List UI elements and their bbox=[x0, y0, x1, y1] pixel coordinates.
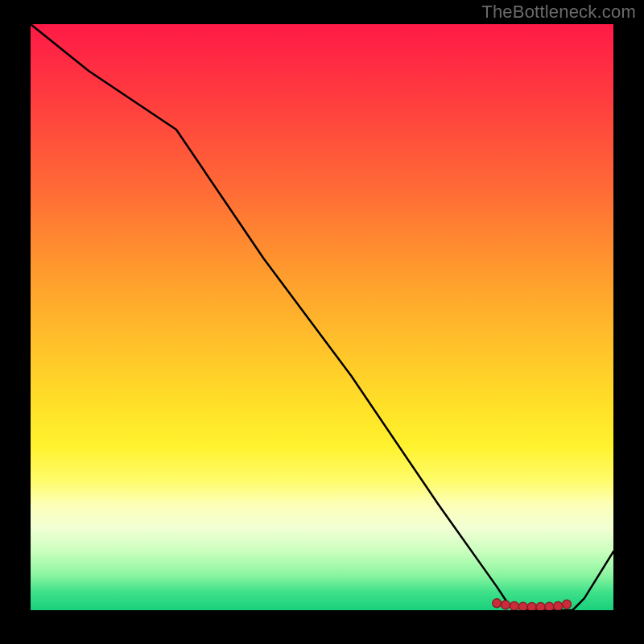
marker-dot bbox=[554, 601, 563, 610]
curve-line bbox=[31, 24, 613, 610]
marker-dot bbox=[518, 602, 527, 610]
marker-dot bbox=[502, 601, 510, 609]
chart-svg bbox=[31, 24, 613, 610]
marker-dot bbox=[545, 602, 554, 610]
marker-dot bbox=[563, 600, 572, 609]
chart-frame: TheBottleneck.com bbox=[0, 0, 644, 644]
marker-dot bbox=[527, 603, 536, 610]
plot-area bbox=[31, 24, 613, 610]
attribution-label: TheBottleneck.com bbox=[481, 2, 636, 23]
marker-dot bbox=[536, 603, 545, 610]
marker-dot bbox=[493, 599, 502, 608]
highlight-markers bbox=[493, 599, 572, 610]
marker-dot bbox=[510, 601, 518, 610]
